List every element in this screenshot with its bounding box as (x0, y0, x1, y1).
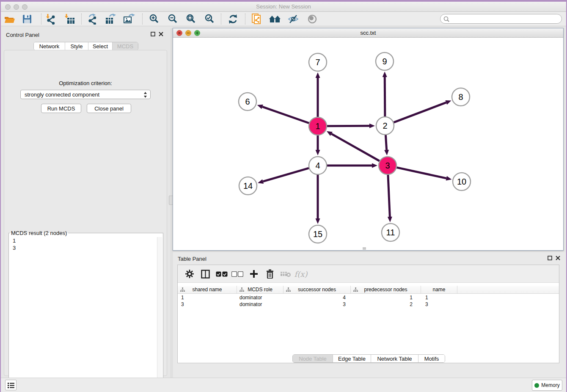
graph-node-3[interactable]: 3 (379, 157, 396, 174)
import-table-button[interactable] (63, 13, 77, 25)
tab-style[interactable]: Style (65, 42, 88, 50)
function-builder-button[interactable]: f(x) (294, 268, 308, 280)
cell-successor-nodes[interactable]: 3 (284, 301, 351, 308)
hide-panel-button[interactable] (286, 13, 300, 25)
open-folder-icon (4, 14, 15, 24)
graph-edge-2-9[interactable] (383, 72, 387, 116)
cell-predecessor-nodes[interactable]: 1 (351, 294, 421, 301)
network-window: scc.txt 7968124314101511 (173, 28, 564, 251)
graph-edge-1-6[interactable] (257, 105, 309, 123)
graph-edge-3-11[interactable] (388, 175, 392, 222)
import-network-button[interactable] (44, 13, 58, 25)
mcds-result-text[interactable]: 1 3 (10, 237, 162, 386)
svg-text:8: 8 (458, 92, 463, 102)
close-panel-icon[interactable] (556, 256, 560, 260)
close-panel-button[interactable]: Close panel (87, 104, 131, 113)
cell-successor-nodes[interactable]: 4 (284, 294, 351, 301)
graph-node-2[interactable]: 2 (376, 117, 394, 135)
zoom-fit-button[interactable] (184, 13, 198, 25)
tab-select[interactable]: Select (88, 42, 113, 50)
graph-edge-1-4[interactable] (316, 135, 320, 155)
graph-node-6[interactable]: 6 (239, 93, 256, 110)
create-column-button[interactable] (247, 268, 261, 280)
tab-motifs[interactable]: Motifs (418, 355, 445, 362)
task-history-button[interactable] (5, 380, 17, 390)
result-scrollbar[interactable] (157, 237, 162, 386)
column-header-name[interactable]: name (421, 286, 457, 293)
open-session-button[interactable] (2, 13, 17, 25)
graph-node-7[interactable]: 7 (309, 53, 327, 71)
refresh-view-button[interactable] (226, 13, 240, 25)
svg-text:2: 2 (383, 121, 387, 130)
cell-shared-name[interactable]: 3 (178, 301, 237, 308)
run-mcds-button[interactable]: Run MCDS (41, 104, 81, 113)
table-settings-button[interactable] (183, 268, 196, 280)
column-type-icon (353, 287, 358, 292)
export-network-button[interactable] (85, 13, 99, 25)
cell-mcds-role[interactable]: dominator (237, 294, 284, 301)
column-header-shared-name[interactable]: shared name (178, 286, 237, 293)
tab-network[interactable]: Network (34, 42, 65, 50)
graph-edge-2-8[interactable] (394, 100, 451, 122)
graph-node-14[interactable]: 14 (239, 177, 257, 195)
table-row[interactable]: 3 dominator 3 2 3 (178, 301, 559, 308)
delete-column-button[interactable] (263, 268, 277, 280)
tab-edge-table[interactable]: Edge Table (333, 355, 371, 362)
svg-text:4: 4 (315, 161, 320, 170)
graph-node-11[interactable]: 11 (382, 224, 399, 241)
cell-name[interactable]: 1 (421, 294, 457, 301)
canvas-scroll-grip[interactable] (363, 247, 366, 250)
graph-edge-4-14[interactable] (258, 168, 309, 184)
graph-edge-2-3[interactable] (384, 135, 389, 155)
cell-mcds-role[interactable]: dominator (237, 301, 284, 308)
graph-edge-3-10[interactable] (396, 168, 451, 181)
graph-edge-1-7[interactable] (316, 72, 320, 117)
svg-text:14: 14 (243, 181, 253, 190)
graph-node-9[interactable]: 9 (376, 52, 394, 70)
delete-table-button[interactable] (279, 268, 292, 280)
cell-predecessor-nodes[interactable]: 2 (351, 301, 421, 308)
graph-node-8[interactable]: 8 (452, 88, 470, 106)
export-image-button[interactable] (122, 13, 136, 25)
cell-shared-name[interactable]: 1 (178, 294, 237, 301)
graph-node-1[interactable]: 1 (309, 117, 327, 135)
zoom-selected-button[interactable] (202, 13, 217, 25)
table-row[interactable]: 1 dominator 4 1 1 (178, 294, 559, 301)
gear-icon (185, 269, 194, 279)
float-panel-icon[interactable] (548, 256, 552, 260)
save-session-button[interactable] (20, 13, 34, 25)
search-input[interactable] (450, 16, 556, 22)
graph-edge-4-15[interactable] (316, 175, 320, 224)
application-window: Session: New Session Control Panel (1, 2, 566, 392)
network-canvas[interactable]: 7968124314101511 (173, 38, 563, 250)
graph-edge-1-2[interactable] (327, 124, 375, 128)
tab-mcds[interactable]: MCDS (113, 42, 138, 50)
criterion-dropdown[interactable]: strongly connected component (20, 90, 151, 99)
memory-button[interactable]: Memory (532, 380, 562, 391)
graph-node-15[interactable]: 15 (309, 225, 327, 243)
graph-node-4[interactable]: 4 (309, 157, 327, 174)
close-panel-icon[interactable] (159, 32, 163, 36)
show-columns-button[interactable] (198, 268, 212, 280)
float-panel-icon[interactable] (151, 32, 155, 36)
delete-table-icon (280, 271, 291, 277)
tab-node-table[interactable]: Node Table (293, 355, 333, 362)
deselect-all-button[interactable] (231, 268, 244, 280)
graph-node-10[interactable]: 10 (453, 173, 471, 190)
tab-network-table[interactable]: Network Table (371, 355, 418, 362)
export-table-button[interactable] (103, 13, 118, 25)
home-view-button[interactable] (268, 13, 282, 25)
graph-edge-3-1[interactable] (327, 131, 380, 161)
zoom-in-button[interactable] (147, 13, 161, 25)
zoom-fit-icon (185, 14, 196, 25)
cell-name[interactable]: 3 (421, 301, 457, 308)
new-network-from-file-button[interactable] (250, 13, 264, 25)
column-header-mcds-role[interactable]: MCDS role (237, 286, 284, 293)
show-panel-button[interactable] (305, 13, 319, 25)
column-header-predecessor-nodes[interactable]: predecessor nodes (351, 286, 421, 293)
zoom-out-button[interactable] (165, 13, 180, 25)
select-all-button[interactable] (215, 268, 228, 280)
graph-edge-4-3[interactable] (327, 163, 377, 168)
column-header-successor-nodes[interactable]: successor nodes (284, 286, 351, 293)
tab-label: Edge Table (338, 356, 366, 362)
